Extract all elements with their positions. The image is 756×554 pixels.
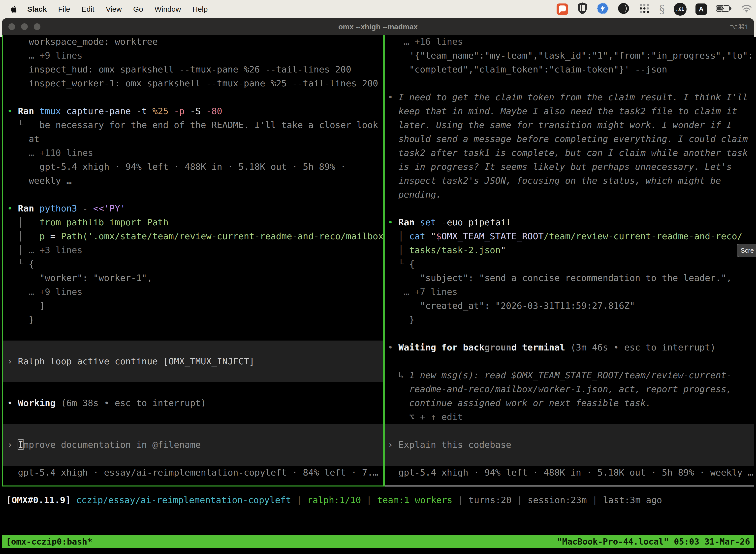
text-span: "completed","claim_token":"claim-token"}…	[388, 64, 667, 74]
menu-item-view[interactable]: View	[106, 5, 122, 13]
timer-badge[interactable]: ..61	[674, 3, 687, 16]
text-span: "	[431, 231, 436, 241]
text-span: inspect_worker-1: omx sparkshell --tmux-…	[7, 78, 378, 88]
text-span: inspect_hud: omx sparkshell --tmux-pane …	[7, 64, 351, 74]
terminal-line: … +16 lines	[385, 35, 754, 49]
text-span: Explain this codebase	[398, 440, 511, 450]
menu-item-edit[interactable]: Edit	[82, 5, 94, 13]
terminal-line	[3, 188, 383, 202]
crescent-icon[interactable]	[618, 2, 630, 16]
text-span: ⌥ + ↑ edit	[388, 412, 463, 422]
text-span: Path('.omx/state/team/review-current-rea…	[61, 231, 383, 241]
shield-grid-icon[interactable]	[577, 2, 588, 16]
text-span: cczip/essay/ai-reimplementation-copyleft	[76, 495, 291, 505]
menu-item-file[interactable]: File	[58, 5, 70, 13]
prompt-input-row[interactable]	[385, 424, 754, 438]
input-source-key[interactable]: A	[695, 3, 707, 15]
tmux-session-label: [omx-cczip0:bash*	[6, 537, 92, 547]
terminal-line: "created_at": "2026-03-31T11:59:27.816Z"	[385, 299, 754, 313]
terminal-line: ↳ 1 new msg(s): read $OMX_TEAM_STATE_ROO…	[385, 368, 754, 382]
terminal-line	[385, 354, 754, 368]
battery-icon[interactable]	[716, 4, 732, 14]
menu-item-help[interactable]: Help	[192, 5, 208, 13]
text-span: pending.	[388, 189, 441, 200]
text-span: Ran	[18, 203, 40, 214]
window-shortcut-badge: ⌥⌘1	[730, 18, 749, 35]
text-span: keep that in mind. Maybe I also need the…	[388, 106, 737, 116]
menu-bar: Slack File Edit View Go Window Help § ..…	[0, 0, 756, 18]
dots-grid-icon[interactable]	[638, 2, 650, 16]
terminal-line: └ {	[3, 257, 383, 271]
terminal-line: └ be necessary for the end of the README…	[3, 118, 383, 132]
tmux-pane-right[interactable]: … +16 lines '{"team_name":"my-team","tas…	[385, 35, 754, 487]
terminal-content: workspace_mode: worktree … +9 lines insp…	[2, 35, 754, 554]
text-span: │	[7, 217, 40, 227]
menu-status-area: § ..61 A	[557, 0, 752, 18]
chat-icon[interactable]	[557, 3, 568, 15]
text-span: … +7 lines	[388, 287, 458, 297]
prompt-input-row[interactable]	[385, 452, 754, 466]
text-span: Working	[18, 398, 61, 408]
tmux-pane-left[interactable]: workspace_mode: worktree … +9 lines insp…	[2, 35, 383, 487]
text-span: [OMX#0.11.9]	[6, 495, 76, 505]
prompt-input-row[interactable]	[3, 452, 383, 466]
terminal-line: gpt-5.4 xhigh · 94% left · 488K in · 5.1…	[3, 160, 383, 174]
text-span: … +110 lines	[7, 148, 93, 158]
text-span: •	[388, 342, 398, 352]
terminal-line: should send a message before completing …	[385, 132, 754, 146]
prompt-input-row[interactable]: › Ralph loop active continue [OMX_TMUX_I…	[3, 354, 383, 368]
menu-item-window[interactable]: Window	[154, 5, 181, 13]
menu-app-name[interactable]: Slack	[27, 5, 47, 13]
terminal-line: "completed","claim_token":"claim-token"}…	[385, 63, 754, 76]
sync-bolt-icon[interactable]	[597, 2, 609, 16]
apple-menu-icon[interactable]	[9, 5, 19, 13]
text-span: |	[511, 495, 527, 505]
terminal-line: workspace_mode: worktree	[3, 35, 383, 49]
terminal-line: gpt-5.4 xhigh · 94% left · 488K in · 5.1…	[385, 466, 754, 480]
text-span: <<'PY'	[93, 203, 126, 214]
text-span: cat	[409, 231, 431, 241]
text-span: continue assigned work or next feasible …	[388, 398, 651, 408]
text-span: -	[82, 203, 93, 214]
text-span: │	[7, 231, 40, 241]
prompt-input-row[interactable]	[3, 340, 383, 354]
window-titlebar[interactable]: omx --xhigh --madmax ⌥⌘1	[2, 18, 754, 35]
terminal-line: pending.	[385, 188, 754, 202]
terminal-line	[3, 90, 383, 104]
wifi-icon[interactable]	[741, 4, 752, 14]
tmux-host-clock: "MacBook-Pro-44.local" 05:03 31-Mar-26	[557, 537, 750, 547]
text-span: d terminal	[511, 342, 570, 352]
text-span: -t	[136, 106, 152, 116]
text-span: -S	[190, 106, 206, 116]
terminal-window: omx --xhigh --madmax ⌥⌘1 workspace_mode:…	[2, 18, 754, 554]
prompt-input-row[interactable]	[3, 368, 383, 382]
terminal-line: }	[385, 313, 754, 327]
text-span: I need to get the claim token from the c…	[398, 92, 748, 102]
text-span: -euo pipefail	[441, 217, 511, 227]
text-span: … +16 lines	[388, 37, 463, 47]
text-span: Ralph loop active continue [OMX_TMUX_INJ…	[18, 356, 254, 366]
text-span: ralph:1/10	[307, 495, 361, 505]
text-span: workspace_mode: worktree	[7, 37, 158, 47]
prompt-input-row[interactable]: › Explain this codebase	[385, 438, 754, 452]
text-span: mprove documentation in @filename	[23, 440, 201, 450]
text-span: '{"team_name":"my-team","task_id":"1","f…	[388, 50, 753, 61]
text-span: from pathlib import Path	[40, 217, 169, 227]
text-span: ›	[7, 440, 18, 450]
text-span: |	[361, 495, 377, 505]
terminal-line: └ {	[385, 257, 754, 271]
squiggle-icon[interactable]: §	[659, 3, 665, 16]
text-span: Waiting for back	[398, 342, 485, 352]
text-span: {	[29, 259, 34, 269]
text-span: -80	[206, 106, 222, 116]
terminal-line: }	[3, 313, 383, 327]
terminal-line: weekly …	[3, 174, 383, 188]
terminal-line: … +110 lines	[3, 146, 383, 160]
terminal-line: continue assigned work or next feasible …	[385, 396, 754, 410]
text-span: ]	[7, 300, 45, 311]
prompt-input-row[interactable]: › Improve documentation in @filename	[3, 438, 383, 452]
prompt-input-row[interactable]	[3, 424, 383, 438]
menu-item-go[interactable]: Go	[133, 5, 143, 13]
text-span: python3	[40, 203, 82, 214]
text-span: |	[452, 495, 468, 505]
